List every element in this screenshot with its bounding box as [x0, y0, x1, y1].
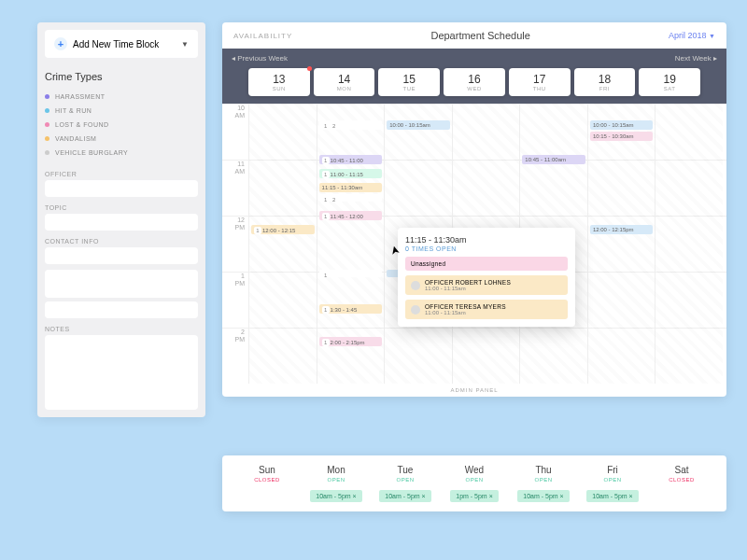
- event-tag: 1: [322, 122, 330, 130]
- event-block[interactable]: 10:15 - 10:30am: [590, 132, 654, 141]
- officer-field[interactable]: [45, 180, 198, 197]
- page-title: Department Schedule: [292, 30, 669, 41]
- event-tag: 1: [322, 272, 330, 277]
- topic-field[interactable]: [45, 214, 198, 231]
- popup-assignment[interactable]: OFFICER ROBERT LOHNES11:00 - 11:15am: [405, 275, 568, 295]
- dot-icon: [45, 108, 49, 113]
- hours-chip[interactable]: 1pm - 5pm ×: [443, 490, 506, 502]
- event-block[interactable]: 12: [319, 120, 383, 130]
- day-card[interactable]: 14MON: [314, 68, 375, 96]
- admin-day[interactable]: FriOPEN: [581, 465, 644, 483]
- crime-type-item[interactable]: HARASSMENT: [45, 90, 198, 104]
- hour-label: 12PM: [226, 217, 245, 231]
- day-card[interactable]: 18FRI: [574, 68, 636, 96]
- hours-chip[interactable]: 10am - 5pm ×: [304, 490, 368, 502]
- dot-icon: [45, 94, 49, 99]
- popup-assignment[interactable]: Unassigned: [405, 257, 568, 271]
- hours-chip[interactable]: [235, 490, 299, 502]
- event-tag: 1: [254, 227, 261, 234]
- add-time-block-button[interactable]: + Add New Time Block ▼: [45, 30, 198, 58]
- event-tag: 1: [322, 196, 330, 202]
- crime-types-title: Crime Types: [45, 71, 198, 82]
- event-popup: 11:15 - 11:30am 0 TIMES OPEN UnassignedO…: [398, 228, 575, 327]
- popup-assignment[interactable]: OFFICER TERESA MYERS11:00 - 11:15am: [405, 300, 568, 319]
- notes-field[interactable]: [45, 335, 198, 410]
- event-tag: 2: [331, 122, 338, 130]
- contact-field-3[interactable]: [45, 301, 198, 318]
- admin-day[interactable]: WedOPEN: [443, 465, 506, 483]
- admin-day[interactable]: SunCLOSED: [235, 465, 299, 483]
- admin-panel: SunCLOSEDMonOPENTueOPENWedOPENThuOPENFri…: [222, 455, 726, 511]
- day-header: 13SUN14MON15TUE16WED17THU18FRI19SAT: [222, 68, 726, 104]
- popup-time: 11:15 - 11:30am: [405, 235, 568, 245]
- event-tag: 1: [322, 157, 330, 164]
- event-block[interactable]: 110:45 - 11:00: [319, 155, 383, 164]
- event-block[interactable]: 10:00 - 10:15am: [387, 120, 450, 130]
- event-block[interactable]: 11:15 - 11:30am: [319, 183, 383, 192]
- hours-chip[interactable]: [650, 490, 713, 502]
- dot-icon: [45, 136, 49, 141]
- topbar: AVAILABILITY Department Schedule April 2…: [222, 22, 726, 49]
- crime-types-list: HARASSMENTHIT & RUNLOST & FOUNDVANDALISM…: [45, 90, 198, 160]
- dot-icon: [45, 122, 49, 127]
- contact-field-1[interactable]: [45, 247, 198, 264]
- avatar: [411, 305, 420, 315]
- event-block[interactable]: 10:45 - 11:00am: [522, 155, 585, 164]
- hours-chip[interactable]: 10am - 5pm ×: [581, 490, 644, 502]
- contact-label: CONTACT INFO: [45, 238, 198, 245]
- event-block[interactable]: 10:00 - 10:15am: [590, 120, 654, 130]
- hour-label: 2PM: [226, 329, 245, 343]
- day-card[interactable]: 17THU: [509, 68, 571, 96]
- admin-day[interactable]: SatCLOSED: [650, 465, 713, 483]
- day-column: 12110:45 - 11:00111:00 - 11:1511:15 - 11…: [317, 104, 385, 384]
- event-block[interactable]: 1: [319, 270, 383, 277]
- day-column: 112:00 - 12:15: [248, 104, 317, 384]
- event-tag: 1: [322, 306, 330, 314]
- admin-day[interactable]: MonOPEN: [304, 465, 368, 483]
- avatar: [411, 281, 420, 290]
- event-block[interactable]: 12:00 - 2:15pm: [319, 337, 383, 346]
- crime-type-item[interactable]: VANDALISM: [45, 132, 198, 146]
- crime-type-item[interactable]: VEHICLE BURGLARY: [45, 146, 198, 160]
- hour-label: 11AM: [226, 161, 245, 175]
- dot-icon: [45, 150, 49, 155]
- day-column: [655, 104, 723, 384]
- event-block[interactable]: 111:00 - 11:15: [319, 169, 383, 178]
- alert-dot-icon: [307, 66, 312, 71]
- crime-type-item[interactable]: LOST & FOUND: [45, 118, 198, 132]
- admin-day[interactable]: ThuOPEN: [512, 465, 575, 483]
- day-card[interactable]: 19SAT: [639, 68, 700, 96]
- next-week-button[interactable]: Next Week ▸: [675, 54, 717, 63]
- event-block[interactable]: 11:30 - 1:45: [319, 304, 383, 314]
- chevron-down-icon: ▼: [181, 40, 189, 49]
- week-nav: ◂ Previous Week Next Week ▸: [222, 49, 726, 68]
- event-block[interactable]: 111:45 - 12:00: [319, 211, 383, 220]
- contact-field-2[interactable]: [45, 270, 198, 298]
- prev-week-button[interactable]: ◂ Previous Week: [232, 54, 288, 63]
- hours-chip[interactable]: 10am - 5pm ×: [374, 490, 437, 502]
- event-tag: 1: [322, 213, 330, 220]
- event-block[interactable]: 12: [319, 194, 383, 202]
- notes-label: NOTES: [45, 326, 198, 332]
- admin-day[interactable]: TueOPEN: [374, 465, 437, 483]
- day-card[interactable]: 13SUN: [248, 68, 310, 96]
- event-tag: 2: [331, 196, 338, 202]
- admin-panel-label: ADMIN PANEL: [222, 384, 726, 397]
- hour-label: 1PM: [226, 273, 245, 287]
- chevron-down-icon: ▼: [709, 33, 715, 39]
- crime-type-item[interactable]: HIT & RUN: [45, 104, 198, 118]
- availability-label: AVAILABILITY: [233, 32, 292, 40]
- month-picker[interactable]: April 2018 ▼: [669, 31, 715, 40]
- schedule-panel: AVAILABILITY Department Schedule April 2…: [222, 22, 726, 397]
- hour-label: 10AM: [226, 105, 245, 119]
- plus-icon: +: [54, 37, 67, 50]
- hours-chip[interactable]: 10am - 5pm ×: [512, 490, 575, 502]
- officer-label: OFFICER: [45, 171, 198, 177]
- popup-subtitle: 0 TIMES OPEN: [405, 245, 568, 252]
- event-tag: 1: [322, 171, 330, 178]
- sidebar: + Add New Time Block ▼ Crime Types HARAS…: [37, 22, 205, 417]
- event-block[interactable]: 112:00 - 12:15: [251, 225, 315, 234]
- day-card[interactable]: 15TUE: [378, 68, 440, 96]
- day-card[interactable]: 16WED: [444, 68, 505, 96]
- event-block[interactable]: 12:00 - 12:15pm: [590, 225, 654, 234]
